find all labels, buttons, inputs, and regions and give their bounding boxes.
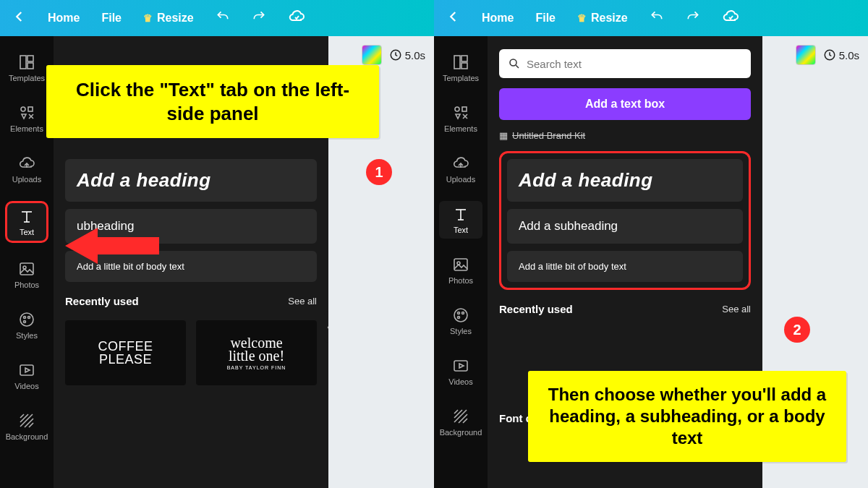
- crown-icon: ♛: [143, 12, 153, 24]
- search-field[interactable]: [527, 58, 742, 70]
- tutorial-step-1: Home File ♛Resize Templates Elements Upl…: [0, 0, 434, 488]
- step-badge-1: 1: [366, 159, 392, 185]
- svg-point-9: [24, 317, 26, 319]
- back-icon[interactable]: [13, 10, 26, 26]
- clock-icon: [389, 48, 402, 61]
- svg-rect-28: [454, 361, 467, 371]
- svg-point-24: [454, 309, 467, 322]
- text-style-options: Add a heading Add a subheading Add a lit…: [499, 151, 751, 290]
- svg-point-30: [510, 59, 516, 66]
- clock-icon: [823, 48, 836, 61]
- sidebar-item-background[interactable]: Background: [5, 408, 48, 445]
- sidebar-item-photos[interactable]: Photos: [439, 252, 482, 289]
- color-swatch[interactable]: [796, 45, 816, 65]
- svg-rect-17: [461, 56, 467, 61]
- redo-icon[interactable]: [686, 9, 700, 27]
- svg-rect-22: [454, 259, 467, 270]
- svg-marker-15: [65, 228, 159, 264]
- color-swatch[interactable]: [362, 45, 382, 65]
- svg-point-26: [462, 312, 464, 314]
- add-subheading-button[interactable]: Add a subheading: [507, 209, 743, 244]
- svg-marker-5: [22, 114, 26, 119]
- svg-point-11: [24, 321, 26, 323]
- brand-kit-label[interactable]: ▦Untitled Brand Kit: [499, 130, 751, 141]
- sidebar-item-uploads[interactable]: Uploads: [439, 150, 482, 188]
- recent-template-coffee[interactable]: COFFEE PLEASE: [65, 320, 186, 385]
- step-badge-2: 2: [784, 317, 810, 343]
- callout-step-1: Click the "Text" tab on the left-side pa…: [46, 65, 379, 138]
- svg-marker-21: [456, 114, 460, 119]
- sidebar-item-styles[interactable]: Styles: [439, 302, 482, 340]
- left-sidebar: Templates Elements Uploads Text Photos S…: [434, 36, 488, 488]
- resize-menu[interactable]: ♛Resize: [143, 12, 194, 25]
- svg-point-10: [28, 317, 30, 319]
- file-menu[interactable]: File: [101, 12, 122, 25]
- undo-icon[interactable]: [216, 9, 230, 27]
- search-icon: [508, 57, 521, 70]
- sidebar-item-elements[interactable]: Elements: [439, 100, 482, 137]
- file-menu[interactable]: File: [535, 12, 556, 25]
- svg-rect-12: [20, 365, 33, 375]
- sidebar-item-photos[interactable]: Photos: [5, 256, 48, 294]
- callout-step-2: Then choose whether you'll add a heading…: [528, 371, 846, 462]
- svg-point-3: [21, 107, 25, 111]
- sidebar-item-videos[interactable]: Videos: [439, 353, 482, 390]
- svg-rect-0: [20, 56, 26, 69]
- svg-point-8: [20, 313, 33, 326]
- left-sidebar: Templates Elements Uploads Text Photos S…: [0, 36, 54, 488]
- sidebar-item-videos[interactable]: Videos: [5, 357, 48, 395]
- sidebar-item-styles[interactable]: Styles: [5, 307, 48, 344]
- sidebar-item-templates[interactable]: Templates: [439, 49, 482, 87]
- tutorial-step-2: Home File ♛Resize Templates Elements Upl…: [434, 0, 868, 488]
- svg-rect-6: [20, 263, 33, 275]
- svg-marker-29: [459, 364, 464, 368]
- sidebar-item-elements[interactable]: Elements: [5, 100, 48, 137]
- add-heading-button[interactable]: Add a heading: [507, 159, 743, 202]
- see-all-link[interactable]: See all: [722, 304, 751, 314]
- see-all-link[interactable]: See all: [288, 296, 317, 307]
- svg-rect-4: [28, 107, 33, 111]
- red-arrow-icon: [65, 224, 159, 270]
- sidebar-item-background[interactable]: Background: [439, 403, 482, 441]
- sidebar-item-uploads[interactable]: Uploads: [5, 150, 48, 188]
- sidebar-item-text[interactable]: Text: [5, 201, 48, 243]
- recent-templates-row: COFFEE PLEASE welcome little one! BABY T…: [65, 320, 317, 385]
- svg-rect-20: [462, 107, 467, 111]
- duration-display[interactable]: 5.0s: [823, 48, 859, 61]
- search-text-input[interactable]: [499, 49, 751, 78]
- crown-icon: ♛: [577, 12, 587, 24]
- svg-rect-1: [27, 56, 33, 61]
- cloud-sync-icon[interactable]: [288, 8, 305, 28]
- add-heading-button[interactable]: Add a heading: [65, 159, 317, 202]
- back-icon[interactable]: [447, 10, 460, 26]
- recently-used-header: Recently used See all: [499, 303, 751, 315]
- recently-used-header: Recently used See all: [65, 295, 317, 307]
- svg-rect-2: [27, 63, 33, 69]
- duration-display[interactable]: 5.0s: [389, 48, 425, 61]
- redo-icon[interactable]: [252, 9, 266, 27]
- add-body-text-button[interactable]: Add a little bit of body text: [507, 251, 743, 282]
- svg-rect-18: [461, 63, 467, 69]
- home-link[interactable]: Home: [48, 12, 80, 25]
- svg-point-27: [458, 317, 460, 319]
- home-link[interactable]: Home: [482, 12, 514, 25]
- svg-point-25: [458, 312, 460, 314]
- sidebar-item-templates[interactable]: Templates: [5, 49, 48, 87]
- recent-template-welcome[interactable]: welcome little one! BABY TAYLOR FINN: [196, 320, 317, 385]
- top-toolbar: Home File ♛Resize: [0, 0, 434, 36]
- resize-menu[interactable]: ♛Resize: [577, 12, 628, 25]
- top-toolbar: Home File ♛Resize: [434, 0, 868, 36]
- svg-point-19: [455, 107, 459, 111]
- add-text-box-button[interactable]: Add a text box: [499, 88, 751, 120]
- svg-marker-13: [25, 368, 30, 372]
- undo-icon[interactable]: [650, 9, 664, 27]
- sidebar-item-text[interactable]: Text: [439, 201, 482, 239]
- kit-icon: ▦: [499, 130, 508, 141]
- cloud-sync-icon[interactable]: [722, 8, 739, 28]
- svg-rect-16: [454, 56, 460, 69]
